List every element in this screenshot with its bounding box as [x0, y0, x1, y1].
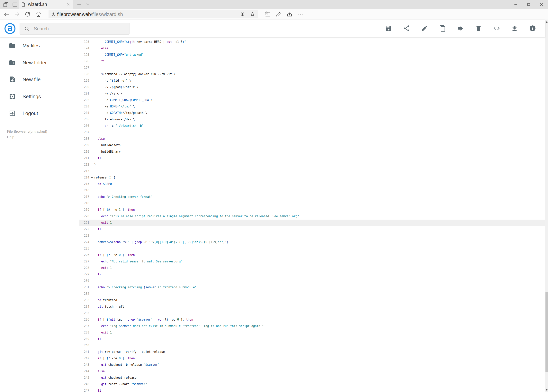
code-line[interactable]: 221 exit 1 [79, 220, 545, 226]
code-line[interactable]: 220 echo "This release script requires a… [79, 213, 545, 220]
home-button[interactable] [35, 11, 42, 18]
code-line[interactable]: 199 -u "$(id -u)" \ [79, 77, 545, 84]
address-bar[interactable]: filebrowser.web/files/wizard.sh [49, 10, 258, 18]
back-button[interactable] [3, 11, 10, 18]
share-icon[interactable] [286, 11, 293, 17]
filebrowser-logo[interactable] [5, 23, 15, 34]
scroll-up-arrow-icon[interactable] [545, 20, 548, 24]
tabs-set-aside-button[interactable] [3, 1, 9, 8]
code-line[interactable]: 193 COMMIT_SHA="$(git rev-parse HEAD | c… [79, 39, 545, 45]
code-line[interactable]: 231 echo "> Checking matching $semver in… [79, 284, 545, 291]
code-line[interactable]: 194 else [79, 45, 545, 52]
code-line[interactable]: 209 buildAssets [79, 142, 545, 148]
tab-close-button[interactable] [65, 1, 71, 7]
code-line[interactable]: 243 git checkout -b release "$semver" [79, 362, 545, 368]
code-line[interactable]: 230 [79, 278, 545, 284]
code-editor[interactable]: 192 if [ -d ".git" ]; then193 COMMIT_SHA… [79, 37, 545, 392]
code-line[interactable]: 241 git rev-parse --verify --quiet relea… [79, 349, 545, 355]
code-line[interactable]: 205 filebrowser/dev \ [79, 116, 545, 123]
browser-tab[interactable]: wizard.sh [19, 0, 73, 9]
code-line[interactable]: 246 git reset --hard "$semver" [79, 381, 545, 387]
maximize-button[interactable] [522, 0, 535, 9]
code-line[interactable]: 229 fi [79, 271, 545, 278]
tab-preview-button[interactable] [12, 1, 18, 8]
code-line[interactable]: 201 -w //src \ [79, 91, 545, 97]
code-line[interactable]: 238 exit 1 [79, 329, 545, 336]
close-window-button[interactable] [535, 0, 548, 9]
fold-arrow-icon[interactable] [91, 177, 93, 178]
code-line[interactable]: 206 sh -c "./wizard.sh -b" [79, 123, 545, 129]
reading-view-icon[interactable] [240, 12, 245, 17]
code-line[interactable]: 213 [79, 168, 545, 174]
code-line[interactable]: 227 echo "Not valid semver format. See s… [79, 258, 545, 265]
tab-preview-toggle-button[interactable] [84, 1, 91, 7]
forward-button[interactable] [14, 11, 20, 18]
code-line[interactable]: 197 [79, 65, 545, 71]
info-button[interactable] [528, 24, 537, 33]
vertical-scrollbar[interactable] [545, 20, 548, 392]
favorite-star-icon[interactable] [250, 12, 255, 17]
sidebar-item-new-folder[interactable]: New folder [0, 54, 79, 71]
code-line[interactable]: 235 [79, 310, 545, 316]
help-link[interactable]: Help [7, 134, 47, 140]
code-line[interactable]: 237 echo "Tag $semver does not exist in … [79, 323, 545, 329]
save-button[interactable] [384, 24, 393, 33]
more-icon[interactable] [297, 11, 304, 17]
code-line[interactable]: 240 [79, 342, 545, 349]
code-line[interactable]: 211 fi [79, 155, 545, 161]
web-note-icon[interactable] [276, 11, 282, 17]
code-line[interactable]: 233 cd frontend [79, 297, 545, 304]
code-line[interactable]: 217 echo "> Checking semver format" [79, 194, 545, 200]
search-input[interactable] [34, 26, 124, 32]
code-line[interactable]: 202 -e COMMIT_SHA=$COMMIT_SHA \ [79, 97, 545, 103]
code-line[interactable]: 200 -v /$(pwd):/src:z \ [79, 84, 545, 91]
code-line[interactable]: 218 [79, 200, 545, 207]
code-line[interactable]: 192 if [ -d ".git" ]; then [79, 37, 545, 39]
refresh-button[interactable] [24, 11, 31, 18]
code-line[interactable]: 242 if [ $? -ne 0 ]; then [79, 355, 545, 362]
code-line[interactable]: 216 [79, 187, 545, 194]
code-line[interactable]: 236 if [ $(git tag | grep "$semver" | wc… [79, 316, 545, 323]
rename-button[interactable] [420, 24, 429, 33]
sidebar-item-new-file[interactable]: New file [0, 71, 79, 88]
code-line[interactable]: 214release () { [79, 174, 545, 181]
code-line[interactable]: 219 if [ $# -ne 1 ]; then [79, 207, 545, 213]
code-line[interactable]: 210 buildBinary [79, 148, 545, 155]
code-line[interactable]: 247 fi [79, 387, 545, 392]
code-line[interactable]: 228 exit 1 [79, 265, 545, 271]
download-button[interactable] [510, 24, 519, 33]
code-line[interactable]: 232 [79, 291, 545, 297]
search-bar[interactable] [20, 23, 130, 35]
sidebar-item-my-files[interactable]: My files [0, 37, 79, 54]
site-info-icon[interactable] [51, 12, 56, 17]
code-line[interactable]: 223 [79, 232, 545, 239]
copy-button[interactable] [438, 24, 447, 33]
code-line[interactable]: 212} [79, 161, 545, 168]
new-tab-button[interactable] [76, 1, 82, 7]
code-line[interactable]: 203 -e HOME="//tmp" \ [79, 103, 545, 110]
code-view-button[interactable] [492, 24, 501, 33]
code-line[interactable]: 207 [79, 129, 545, 136]
code-line[interactable]: 224 semver=$(echo "$1" | grep -P '^v(0|[… [79, 239, 545, 245]
code-line[interactable]: 198 $(command -v winpty) docker run --rm… [79, 71, 545, 77]
code-line[interactable]: 195 COMMIT_SHA="untracked" [79, 52, 545, 58]
code-line[interactable]: 225 [79, 245, 545, 252]
sidebar-item-settings[interactable]: Settings [0, 88, 79, 105]
code-line[interactable]: 222 fi [79, 226, 545, 232]
code-line[interactable]: 239 fi [79, 336, 545, 342]
scrollbar-thumb[interactable] [545, 292, 548, 372]
hub-icon[interactable] [264, 11, 271, 17]
code-line[interactable]: 204 -e GOPATH=//tmp/gopath \ [79, 110, 545, 116]
move-button[interactable] [456, 24, 465, 33]
code-line[interactable]: 208 else [79, 136, 545, 142]
share-button[interactable] [402, 24, 411, 33]
code-line[interactable]: 196 fi [79, 58, 545, 65]
sidebar-item-logout[interactable]: Logout [0, 105, 79, 122]
code-line[interactable]: 215 cd $REPO [79, 181, 545, 187]
minimize-button[interactable] [509, 0, 522, 9]
code-line[interactable]: 226 if [ $? -ne 0 ]; then [79, 252, 545, 258]
scroll-down-arrow-icon[interactable] [545, 388, 548, 392]
delete-button[interactable] [474, 24, 483, 33]
code-line[interactable]: 234 git fetch --all [79, 304, 545, 310]
code-line[interactable]: 245 git checkout release [79, 375, 545, 381]
